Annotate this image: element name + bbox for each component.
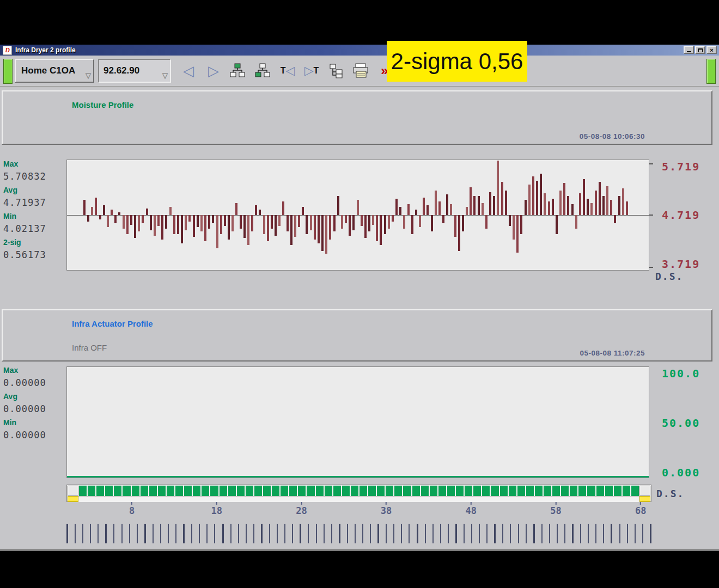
- x-axis-labels: 8182838485868: [0, 502, 719, 520]
- moisture-bar: [142, 215, 144, 223]
- position-bar-strip: [68, 496, 650, 502]
- ruler-tick: [191, 524, 192, 543]
- restore-button[interactable]: [695, 46, 705, 54]
- ruler-tick: [277, 524, 278, 543]
- hierarchy-up-button[interactable]: [227, 60, 248, 82]
- moisture-bar: [263, 215, 265, 234]
- position-bar-segment: [307, 486, 314, 496]
- minimize-button[interactable]: [684, 46, 694, 54]
- minimize-icon: [687, 51, 691, 52]
- close-button[interactable]: ×: [706, 46, 717, 54]
- moisture-bar: [435, 191, 437, 216]
- moisture-bar: [150, 215, 152, 230]
- position-handle-right[interactable]: [639, 496, 650, 502]
- moisture-bar: [298, 215, 300, 227]
- position-bar-segment: [447, 486, 455, 496]
- moisture-bar: [181, 215, 183, 243]
- x-axis-label: 68: [635, 502, 646, 516]
- moisture-bar: [559, 191, 562, 216]
- hierarchy-down-button[interactable]: [252, 60, 273, 82]
- position-bar-segment: [96, 486, 104, 496]
- moisture-axis-mid: 4.719: [662, 209, 700, 222]
- moisture-bar: [392, 215, 394, 222]
- moisture-bar: [473, 196, 476, 215]
- ruler-tick: [355, 524, 356, 543]
- actuator-title: Infra Actuator Profile: [72, 319, 153, 328]
- ruler-tick: [214, 524, 215, 543]
- position-bar-segment: [500, 486, 508, 496]
- moisture-bar: [118, 212, 120, 215]
- moisture-bar: [352, 215, 355, 230]
- stat-label: 2-sig: [3, 238, 65, 249]
- position-bar-segment: [132, 486, 139, 496]
- moisture-bar: [349, 215, 351, 236]
- moisture-bar: [325, 215, 327, 254]
- moisture-bar: [200, 215, 203, 231]
- ruler-tick: [580, 524, 581, 543]
- ruler-tick: [324, 524, 325, 543]
- actuator-zero-line: [67, 476, 649, 477]
- tree-view-button[interactable]: [326, 60, 348, 82]
- ruler-tick: [246, 524, 247, 543]
- x-axis-label: 58: [550, 502, 561, 516]
- position-bar-segment: [473, 486, 481, 496]
- position-bar-segment: [570, 486, 577, 496]
- ruler-tick: [300, 524, 301, 543]
- position-bar-segment: [351, 486, 358, 496]
- moisture-bar: [525, 200, 527, 215]
- position-bar-segment: [596, 486, 604, 496]
- address-combo-input[interactable]: 92.62.90 ▽: [98, 59, 171, 83]
- chevron-down-icon[interactable]: ▽: [162, 71, 168, 79]
- nav-forward-button[interactable]: ▷: [203, 60, 224, 82]
- ruler-tick: [331, 524, 332, 543]
- x-axis-label: 8: [129, 502, 135, 516]
- ruler-tick: [464, 524, 465, 543]
- ruler-tick: [564, 524, 565, 543]
- ruler-tick: [206, 524, 208, 543]
- moisture-bar: [442, 215, 444, 223]
- moisture-bar: [466, 207, 468, 215]
- moisture-panel: Moisture Profile 05-08-08 10:06:30: [2, 90, 712, 145]
- ruler-tick: [98, 524, 99, 543]
- position-bar-segment: [289, 486, 297, 496]
- step-backward-button[interactable]: T◁: [277, 60, 298, 82]
- ruler-tick: [393, 524, 394, 543]
- chevron-down-icon[interactable]: ▽: [86, 71, 91, 79]
- actuator-timestamp: 05-08-08 11:07:25: [580, 349, 645, 357]
- position-bar-segment: [202, 486, 209, 496]
- moisture-bar: [372, 215, 374, 225]
- ruler-tick: [627, 524, 628, 543]
- position-handle-left[interactable]: [68, 496, 78, 502]
- moisture-bar: [388, 215, 390, 229]
- moisture-bar: [411, 215, 413, 234]
- ruler-tick: [75, 524, 76, 543]
- ruler-tick: [425, 524, 426, 543]
- position-bar-cap-right: [639, 486, 650, 496]
- moisture-bar: [169, 207, 172, 215]
- moisture-bar: [204, 215, 206, 241]
- ruler-tick: [603, 524, 604, 543]
- step-forward-button[interactable]: ▷T: [301, 60, 322, 82]
- moisture-bar: [231, 215, 234, 231]
- moisture-bar: [345, 215, 347, 223]
- stat-value: 0.00000: [3, 430, 65, 444]
- moisture-bar: [282, 201, 284, 215]
- nav-back-button[interactable]: ◁: [178, 60, 199, 82]
- moisture-axis-min: 3.719: [662, 258, 700, 271]
- moisture-bar: [478, 196, 480, 215]
- ruler-tick: [238, 524, 239, 543]
- position-bar-segment: [544, 486, 551, 496]
- hierarchy-up-icon: [229, 63, 246, 78]
- stat-label: Avg: [3, 392, 65, 403]
- position-bar-segment: [228, 486, 236, 496]
- home-dropdown[interactable]: Home C1OA ▽: [15, 59, 94, 83]
- stat-label: Min: [3, 212, 65, 223]
- position-bar-segment: [482, 486, 490, 496]
- moisture-axis-max: 5.719: [662, 160, 700, 173]
- home-dropdown-label: Home C1OA: [21, 65, 75, 76]
- ruler-tick: [175, 524, 176, 543]
- moisture-bar: [123, 215, 125, 229]
- stat-value: 4.02137: [3, 223, 65, 238]
- print-button[interactable]: [350, 60, 371, 82]
- position-bar-segment: [491, 486, 498, 496]
